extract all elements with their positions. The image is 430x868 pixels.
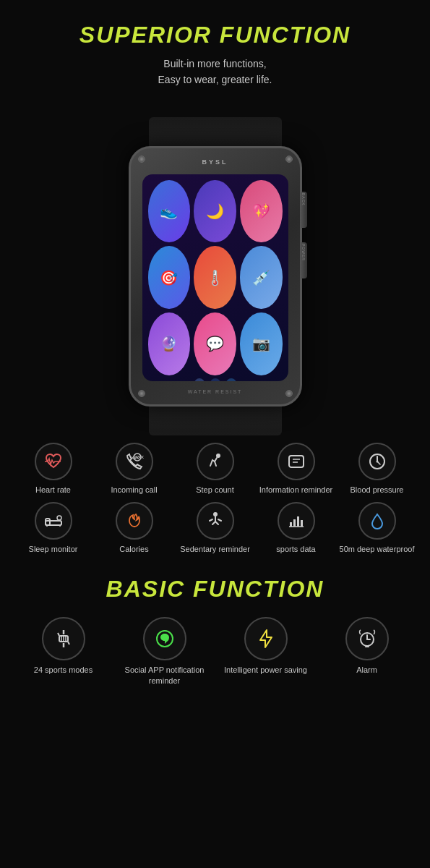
incoming-call-icon-circle: xxx xxx xyxy=(116,443,153,480)
alarm-icon-circle xyxy=(345,617,389,660)
step-count-icon-circle xyxy=(197,443,234,480)
heart-rate-icon-circle xyxy=(35,443,72,480)
social-app-icon-circle xyxy=(143,617,186,660)
calories-icon-circle xyxy=(116,502,153,540)
svg-point-13 xyxy=(57,516,61,520)
screw-tl xyxy=(138,156,145,163)
feature-step-count: Step count xyxy=(176,443,254,495)
feature-label-sedentary-reminder: Sedentary reminder xyxy=(180,544,250,554)
basic-sports-modes: 24 sports modes xyxy=(14,617,112,686)
feature-info-reminder: Information reminder xyxy=(257,443,335,495)
sleep-monitor-icon xyxy=(43,511,64,531)
feature-label-waterproof: 50m deep waterproof xyxy=(340,544,415,554)
power-saving-icon xyxy=(254,627,278,650)
heart-rate-icon xyxy=(43,451,64,472)
superior-title: SUPERIOR FUNCTION xyxy=(14,22,416,48)
feature-label-blood-pressure: Blood pressure xyxy=(351,485,404,495)
feature-sports-data: sports data xyxy=(257,502,335,554)
feature-label-info-reminder: Information reminder xyxy=(259,485,333,495)
feature-label-incoming-call: Incoming call xyxy=(111,485,157,495)
screw-br xyxy=(285,390,293,397)
svg-rect-18 xyxy=(301,520,303,527)
svg-rect-4 xyxy=(289,456,304,467)
feature-label-sports-data: sports data xyxy=(276,544,315,554)
sedentary-reminder-icon xyxy=(205,511,225,531)
screw-bl xyxy=(138,390,145,397)
basic-social-app: Social APP notification reminder xyxy=(116,617,213,686)
app-icon-chat: 💬 xyxy=(194,312,236,375)
sports-modes-icon xyxy=(52,627,75,650)
calories-icon xyxy=(124,511,145,531)
svg-rect-16 xyxy=(293,519,296,527)
blood-pressure-icon-circle xyxy=(358,443,396,480)
feature-label-step-count: Step count xyxy=(196,485,234,495)
feature-blood-pressure: Blood pressure xyxy=(338,443,416,495)
superior-subtitle: Built-in more functions, Easy to wear, g… xyxy=(14,56,416,88)
incoming-call-icon: xxx xxx xyxy=(124,451,145,472)
sleep-monitor-icon-circle xyxy=(35,502,72,540)
feature-heart-rate: Heart rate xyxy=(14,443,92,495)
app-grid: 👟 🌙 💖 🎯 🌡️ 💉 🔮 💬 📷 xyxy=(148,180,283,375)
basic-grid: 24 sports modes Social APP notification … xyxy=(14,617,416,686)
app-icon-health: 💉 xyxy=(240,246,283,309)
feature-label-heart-rate: Heart rate xyxy=(35,485,71,495)
svg-marker-29 xyxy=(260,630,272,647)
basic-section: BASIC FUNCTION 24 sports modes xyxy=(0,561,430,700)
svg-line-23 xyxy=(68,642,69,644)
features-section: Heart rate xxx xxx Incoming call xyxy=(0,428,430,562)
sedentary-reminder-icon-circle xyxy=(197,502,234,540)
svg-rect-12 xyxy=(46,519,50,525)
info-reminder-icon-circle xyxy=(278,443,315,480)
app-icon-temp: 🌡️ xyxy=(194,246,236,309)
blood-pressure-icon xyxy=(367,451,387,472)
basic-alarm: Alarm xyxy=(318,617,416,686)
waterproof-icon-circle xyxy=(358,502,396,540)
svg-text:xxx: xxx xyxy=(131,455,139,460)
app-icon-camera: 📷 xyxy=(240,312,283,375)
social-app-icon xyxy=(153,627,176,650)
basic-label-power-saving: Intelligent power saving xyxy=(224,665,307,675)
feature-waterproof: 50m deep waterproof xyxy=(338,502,416,554)
side-button-back: BACK xyxy=(300,192,307,228)
sports-modes-icon-circle xyxy=(42,617,85,660)
feature-calories: Calories xyxy=(95,502,173,554)
app-icon-shoes: 👟 xyxy=(148,180,191,243)
feature-incoming-call: xxx xxx Incoming call xyxy=(95,443,173,495)
step-count-icon xyxy=(205,451,225,472)
svg-rect-17 xyxy=(297,516,299,527)
feature-label-calories: Calories xyxy=(119,544,148,554)
app-icon-target: 🎯 xyxy=(148,246,191,309)
svg-line-10 xyxy=(377,461,380,464)
app-icon-heart: 💖 xyxy=(240,180,283,243)
sports-data-icon-circle xyxy=(278,502,315,540)
screen-nav-dots: ⚙ + ● xyxy=(148,378,283,381)
feature-sedentary-reminder: Sedentary reminder xyxy=(176,502,254,554)
waterproof-icon xyxy=(367,511,387,531)
app-icon-magic: 🔮 xyxy=(148,312,191,375)
power-saving-icon-circle xyxy=(244,617,288,660)
info-reminder-icon xyxy=(286,451,306,472)
sports-data-icon xyxy=(286,511,306,531)
watch-container: BYSL BACK POWER 👟 🌙 💖 � xyxy=(0,95,430,428)
watch-screen: 👟 🌙 💖 🎯 🌡️ 💉 🔮 💬 📷 ⚙ + ● xyxy=(142,174,288,381)
basic-label-sports-modes: 24 sports modes xyxy=(34,665,93,675)
basic-label-social-app: Social APP notification reminder xyxy=(116,665,213,686)
superior-section: SUPERIOR FUNCTION Built-in more function… xyxy=(0,0,430,95)
basic-title: BASIC FUNCTION xyxy=(14,576,416,603)
basic-label-alarm: Alarm xyxy=(356,665,377,675)
feature-sleep-monitor: Sleep monitor xyxy=(14,502,92,554)
features-grid: Heart rate xxx xxx Incoming call xyxy=(14,443,416,555)
water-resist-label: WATER RESIST xyxy=(188,389,243,394)
alarm-icon xyxy=(356,627,379,650)
watch-brand: BYSL xyxy=(202,158,228,166)
basic-power-saving: Intelligent power saving xyxy=(217,617,314,686)
svg-line-22 xyxy=(58,633,59,636)
app-icon-moon: 🌙 xyxy=(194,180,236,243)
feature-label-sleep-monitor: Sleep monitor xyxy=(29,544,78,554)
svg-rect-15 xyxy=(290,522,292,527)
screw-tr xyxy=(285,156,293,163)
side-button-power: POWER xyxy=(300,242,307,278)
watch-shell: BYSL BACK POWER 👟 🌙 💖 � xyxy=(129,146,302,407)
